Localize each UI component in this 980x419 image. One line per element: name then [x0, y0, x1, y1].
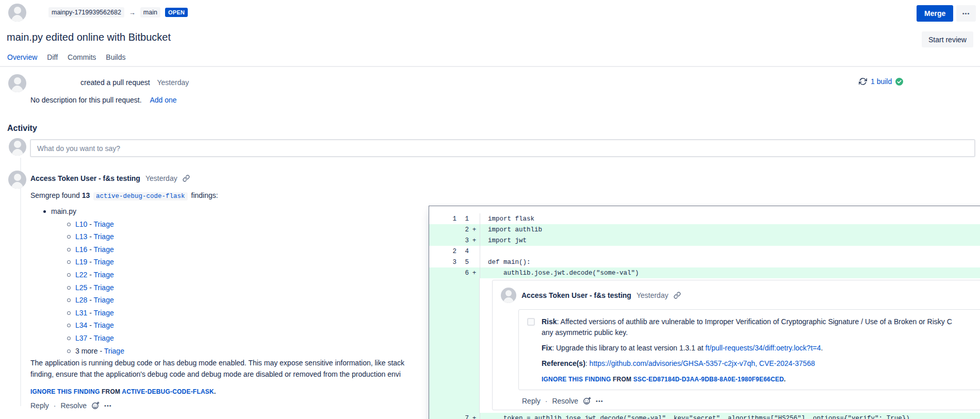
references-label: Reference(s)	[542, 359, 585, 367]
finding-triage-link[interactable]: Triage	[104, 347, 124, 355]
new-line-number: 6	[456, 270, 469, 277]
finding-line-link[interactable]: L25	[75, 283, 87, 292]
finding-separator: -	[87, 220, 93, 228]
rule-code-chip[interactable]: active-debug-code-flask	[93, 192, 188, 200]
comment-input[interactable]	[30, 139, 975, 157]
ignore-rule-link[interactable]: ACTIVE-DEBUG-CODE-FLASK	[122, 388, 214, 395]
finding-count: 13	[82, 191, 90, 199]
finding-triage-link[interactable]: Triage	[94, 309, 114, 317]
branch-row: mainpy-1719939562682 → main OPEN	[48, 6, 188, 19]
finding-item: L25 - Triage	[67, 281, 124, 294]
advisory-link[interactable]: https://github.com/advisories/GHSA-5357-…	[590, 359, 755, 367]
permalink-icon[interactable]	[674, 292, 681, 299]
finding-separator: -	[98, 347, 104, 355]
finding-detail-card: Risk: Affected versions of authlib are v…	[518, 309, 980, 390]
start-review-button[interactable]: Start review	[922, 31, 973, 47]
add-reaction-icon[interactable]	[583, 397, 591, 405]
ignore-rule-link[interactable]: SSC-ED87184D-D3AA-9DB8-8A0E-1980F9E66CED	[633, 376, 784, 383]
dot-separator: ·	[545, 397, 548, 405]
avatar[interactable]	[501, 288, 516, 303]
old-line-number: 2	[429, 248, 456, 255]
tab-diff[interactable]: Diff	[47, 53, 58, 67]
branch-arrow-icon: →	[129, 9, 136, 16]
merge-button[interactable]: Merge	[917, 5, 953, 22]
finding-triage-link[interactable]: Triage	[94, 321, 114, 329]
avatar[interactable]	[9, 138, 26, 156]
finding-checkbox[interactable]	[527, 318, 535, 326]
comment-intro: Semgrep found 13 active-debug-code-flask…	[30, 191, 218, 200]
intro-prefix: Semgrep found	[30, 191, 80, 199]
reply-link[interactable]: Reply	[30, 401, 49, 410]
finding-triage-link[interactable]: Triage	[94, 245, 114, 254]
page-title: main.py edited online with Bitbucket	[7, 31, 171, 43]
finding-triage-link[interactable]: Triage	[94, 334, 114, 342]
avatar[interactable]	[8, 171, 26, 189]
comment-actions: Reply · Resolve •••	[522, 397, 980, 405]
finding-triage-link[interactable]: Triage	[94, 258, 114, 266]
finding-triage-link[interactable]: Triage	[94, 296, 114, 304]
add-description-link[interactable]: Add one	[150, 96, 176, 104]
finding-separator: -	[87, 232, 93, 241]
comment-author[interactable]: Access Token User - f&s testing	[30, 174, 140, 182]
code-text: def main():	[480, 259, 531, 266]
period: .	[784, 376, 786, 383]
resolve-link[interactable]: Resolve	[60, 401, 87, 410]
findings-list: main.py L10 - TriageL13 - TriageL16 - Tr…	[42, 205, 124, 357]
diff-line-gutter: 35	[429, 257, 480, 267]
ignore-from-text: FROM	[613, 376, 631, 383]
add-reaction-icon[interactable]	[91, 401, 100, 410]
tab-commits[interactable]: Commits	[68, 53, 96, 67]
inline-comment-card: Access Token User - f&s testing Yesterda…	[492, 280, 980, 410]
file-name: main.py	[51, 207, 76, 215]
finding-line-link[interactable]: L37	[75, 334, 87, 342]
tab-builds[interactable]: Builds	[106, 53, 125, 67]
finding-line-link[interactable]: L34	[75, 321, 87, 329]
avatar[interactable]	[8, 4, 26, 22]
finding-item: L19 - Triage	[67, 256, 124, 269]
more-options-icon[interactable]: •••	[956, 5, 976, 22]
finding-line-link[interactable]: L22	[75, 271, 87, 279]
ignore-finding-link[interactable]: IGNORE THIS FINDING	[542, 376, 611, 383]
ignore-finding-link[interactable]: IGNORE THIS FINDING	[30, 388, 100, 395]
resolve-link[interactable]: Resolve	[552, 397, 578, 405]
diff-line-gutter: 11	[429, 213, 480, 224]
finding-line-link[interactable]: L31	[75, 309, 87, 317]
finding-separator: -	[87, 309, 93, 317]
finding-triage-link[interactable]: Triage	[94, 283, 114, 292]
finding-triage-link[interactable]: Triage	[94, 232, 114, 241]
risk-line2: any asymmetric public key.	[542, 327, 952, 338]
source-branch-lozenge[interactable]: mainpy-1719939562682	[48, 7, 124, 18]
no-description-row: No description for this pull request. Ad…	[30, 96, 177, 104]
period: .	[214, 388, 216, 395]
comment-actions: Reply · Resolve •••	[30, 401, 112, 410]
clipped-diff-row: 7+ token = authlib.jose.jwt.decode("some…	[429, 413, 980, 419]
finding-triage-link[interactable]: Triage	[94, 220, 114, 228]
finding-line-link[interactable]: L19	[75, 258, 87, 266]
diff-line: 6+ authlib.jose.jwt.decode("some-val")	[429, 267, 980, 278]
target-branch-lozenge[interactable]: main	[140, 7, 160, 18]
comment-author[interactable]: Access Token User - f&s testing	[521, 291, 631, 299]
new-line-number: 4	[456, 248, 469, 255]
tab-overview[interactable]: Overview	[7, 53, 37, 67]
ignore-finding-row: IGNORE THIS FINDING FROM SSC-ED87184D-D3…	[527, 376, 980, 383]
build-count-link[interactable]: 1 build	[871, 77, 892, 86]
fix-link[interactable]: ft/pull-requests/34/diff:oetry.lock?t=4	[706, 344, 821, 352]
finding-line-link[interactable]: L10	[75, 220, 87, 228]
old-line-number: 1	[429, 215, 456, 223]
avatar[interactable]	[8, 74, 26, 92]
status-badge: OPEN	[165, 8, 188, 17]
cve-link[interactable]: CVE-2024-37568	[759, 359, 815, 367]
reply-link[interactable]: Reply	[522, 397, 541, 405]
finding-separator: -	[87, 321, 93, 329]
finding-triage-link[interactable]: Triage	[94, 271, 114, 279]
diff-line-gutter: 24	[429, 246, 480, 257]
new-line-number: 5	[456, 259, 469, 266]
more-options-icon[interactable]: •••	[104, 403, 112, 409]
finding-line-link[interactable]: L16	[75, 245, 87, 254]
permalink-icon[interactable]	[183, 175, 190, 182]
more-options-icon[interactable]: •••	[596, 398, 603, 404]
finding-line-link[interactable]: L13	[75, 232, 87, 241]
intro-suffix: findings:	[191, 191, 218, 199]
finding-separator: -	[87, 334, 93, 342]
finding-line-link[interactable]: L28	[75, 296, 87, 304]
